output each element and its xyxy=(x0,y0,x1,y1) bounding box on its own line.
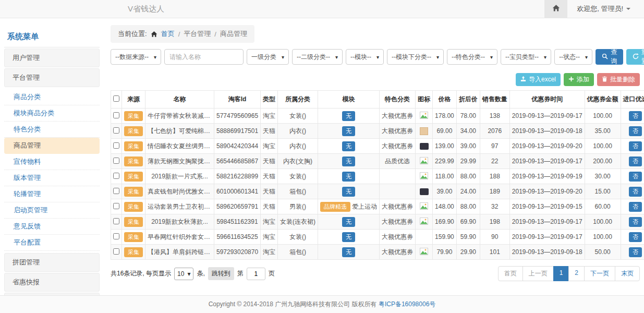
sidebar-group[interactable]: 用户管理 xyxy=(4,49,100,67)
import-select-toggle[interactable]: 否 xyxy=(629,172,642,182)
row-checkbox[interactable] xyxy=(113,127,119,134)
sidebar-subitem[interactable]: 商品分类 xyxy=(4,89,100,105)
sidebar-subitem[interactable]: 宣传物料 xyxy=(4,154,100,170)
coupon-time: 2019-09-13—2019-09-18 xyxy=(509,245,585,260)
chevron-down-icon: ▾ xyxy=(187,270,190,278)
import-select-toggle[interactable]: 否 xyxy=(629,126,642,136)
sidebar-group[interactable]: 平台管理 xyxy=(4,68,100,87)
name-filter-input[interactable] xyxy=(164,49,244,65)
column-header: 图标 xyxy=(416,91,433,109)
discount-price: 29.90 xyxy=(456,245,480,260)
import-excel-button[interactable]: 导入excel xyxy=(516,73,561,86)
row-checkbox[interactable] xyxy=(113,233,119,239)
sidebar-group[interactable]: 省惠快报 xyxy=(4,273,100,292)
page-button[interactable]: 上一页 xyxy=(523,266,554,281)
reset-label: 重置 xyxy=(641,48,644,66)
page-button[interactable]: 末页 xyxy=(615,266,640,281)
row-checkbox[interactable] xyxy=(113,173,119,179)
module-wrap: 无 xyxy=(342,111,355,121)
icp-link[interactable]: 粤ICP备16098006号 xyxy=(379,300,435,309)
trash-icon xyxy=(602,76,607,83)
module-wrap: 无 xyxy=(342,232,355,242)
user-menu[interactable]: 欢迎您, 管理员! xyxy=(567,4,644,14)
filter-select[interactable]: --宝贝类型--▾ xyxy=(501,49,551,65)
import-select-toggle[interactable]: 否 xyxy=(629,202,642,212)
page-button[interactable]: 首页 xyxy=(498,266,523,281)
row-checkbox[interactable] xyxy=(113,112,119,118)
breadcrumb-home-link[interactable]: 首页 xyxy=(161,29,175,39)
thumbnail-cell xyxy=(416,230,433,245)
source-badge: 采集 xyxy=(124,217,143,227)
module-wrap: 无 xyxy=(342,156,355,166)
row-checkbox[interactable] xyxy=(113,218,119,224)
feature-category: 大额优惠券 xyxy=(380,245,416,260)
import-select-cell: 否 xyxy=(621,154,644,169)
coupon-time: 2019-09-13—2019-09-17 xyxy=(509,109,585,124)
sidebar-subitem[interactable]: 意见反馈 xyxy=(4,219,100,235)
sidebar-subitem[interactable]: 商品管理 xyxy=(4,138,100,154)
batch-delete-button[interactable]: 批量删除 xyxy=(597,73,640,86)
sidebar-subitem[interactable]: 启动页管理 xyxy=(4,202,100,219)
import-select-toggle[interactable]: 否 xyxy=(629,111,642,121)
import-select-toggle[interactable]: 否 xyxy=(629,217,642,227)
jump-button[interactable]: 跳转到 xyxy=(208,267,234,280)
import-select-toggle[interactable]: 否 xyxy=(629,187,642,197)
sidebar-submenu: 商品分类模块商品分类特色分类商品管理宣传物料版本管理轮播管理启动页管理意见反馈平… xyxy=(4,88,100,252)
column-header: 类型 xyxy=(261,91,278,109)
import-select-toggle[interactable]: 否 xyxy=(629,156,642,166)
topbar: V省钱达人 欢迎您, 管理员! xyxy=(0,0,644,18)
table-row: 采集2019新款女秋薄款...598451162391淘宝女装(连衣裙)无大额优… xyxy=(111,214,644,230)
sidebar-menu: 用户管理平台管理商品分类模块商品分类特色分类商品管理宣传物料版本管理轮播管理启动… xyxy=(4,49,100,296)
feature-category: 大额优惠券 xyxy=(380,199,416,214)
import-select-cell: 否 xyxy=(621,169,644,184)
add-button[interactable]: 添加 xyxy=(564,73,594,86)
price: 79.90 xyxy=(433,245,457,260)
page-button[interactable]: 下一页 xyxy=(584,266,615,281)
filter-select[interactable]: --二级分类--▾ xyxy=(292,49,343,65)
sales-count: 198 xyxy=(480,214,509,230)
page-number-input[interactable] xyxy=(247,268,265,280)
row-checkbox[interactable] xyxy=(113,203,119,209)
sidebar-subitem[interactable]: 特色分类 xyxy=(4,122,100,138)
home-button[interactable] xyxy=(544,0,567,18)
search-button[interactable]: 查询 xyxy=(596,49,623,65)
module-wrap: 无 xyxy=(342,247,355,257)
product-type: 天猫 xyxy=(261,169,278,184)
sidebar-subitem[interactable]: 轮播管理 xyxy=(4,186,100,202)
page-button[interactable]: 1 xyxy=(553,266,569,281)
column-header: 来源 xyxy=(122,91,145,109)
row-checkbox[interactable] xyxy=(113,158,119,164)
discount-price: 24.00 xyxy=(456,184,480,199)
data-source-select[interactable]: --数据来源-- ▾ xyxy=(111,49,161,65)
coupon-amount: 15.00 xyxy=(585,184,621,199)
import-select-toggle[interactable]: 否 xyxy=(629,247,642,257)
filter-select[interactable]: --状态--▾ xyxy=(554,49,592,65)
page-size-select[interactable]: 10 ▾ xyxy=(174,268,193,280)
row-checkbox[interactable] xyxy=(113,248,119,255)
filter-select[interactable]: --模块下分类--▾ xyxy=(387,49,444,65)
column-header: 特色分类 xyxy=(380,91,416,109)
checkbox-cell xyxy=(111,109,122,124)
sidebar-subitem[interactable]: 平台配置 xyxy=(4,235,100,251)
product-name: 【七色纺】可爱纯棉家... xyxy=(145,124,214,139)
reset-button[interactable]: 重置 xyxy=(626,49,644,65)
filter-select[interactable]: --模块--▾ xyxy=(346,49,384,65)
row-checkbox[interactable] xyxy=(113,188,119,194)
sidebar-subitem[interactable]: 版本管理 xyxy=(4,170,100,186)
page-button[interactable]: 2 xyxy=(568,266,585,281)
search-icon xyxy=(602,53,608,61)
import-select-toggle[interactable]: 否 xyxy=(629,141,642,151)
select-all-checkbox[interactable] xyxy=(113,95,119,102)
import-select-toggle[interactable]: 否 xyxy=(629,232,642,242)
select-label: --宝贝类型-- xyxy=(505,53,539,62)
sidebar-subitem[interactable]: 模块商品分类 xyxy=(4,105,100,122)
coupon-time: 2019-09-13—2019-09-20 xyxy=(509,184,585,199)
filter-select[interactable]: --特色分类--▾ xyxy=(447,49,497,65)
source-badge: 采集 xyxy=(124,187,143,197)
product-name: 真皮钱包时尚优雅女士... xyxy=(145,184,214,199)
breadcrumb-current: 商品管理 xyxy=(220,29,247,39)
row-checkbox[interactable] xyxy=(113,142,119,149)
checkbox-cell xyxy=(111,139,122,154)
filter-select[interactable]: 一级分类▾ xyxy=(247,49,289,65)
sidebar-group[interactable]: 拼团管理 xyxy=(4,253,100,272)
